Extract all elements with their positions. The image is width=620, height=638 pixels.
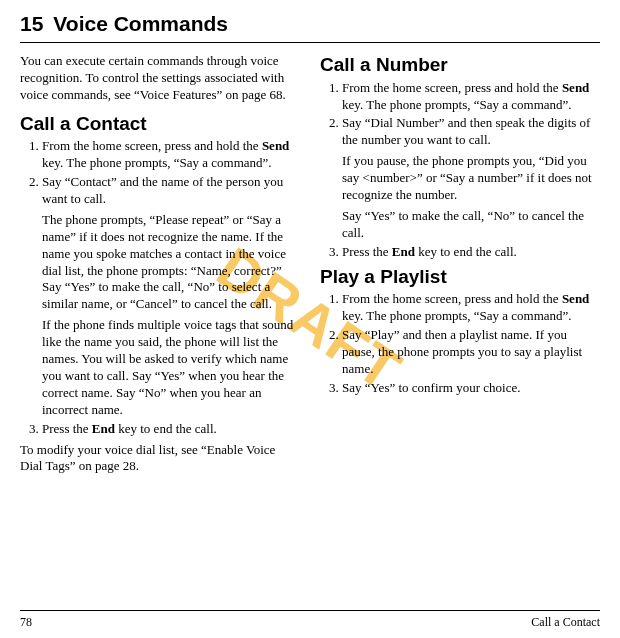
step-text: key. The phone prompts, “Say a command”. — [42, 155, 272, 170]
page-content: 15Voice Commands You can execute certain… — [0, 0, 620, 638]
step-text: From the home screen, press and hold the — [42, 138, 262, 153]
call-contact-steps: From the home screen, press and hold the… — [20, 138, 300, 437]
call-number-steps: From the home screen, press and hold the… — [320, 80, 600, 261]
list-item: From the home screen, press and hold the… — [42, 138, 300, 172]
section-call-contact-heading: Call a Contact — [20, 112, 300, 137]
end-key-label: End — [92, 421, 115, 436]
step-subparagraph: Say “Yes” to make the call, “No” to canc… — [342, 208, 600, 242]
list-item: Press the End key to end the call. — [42, 421, 300, 438]
send-key-label: Send — [562, 80, 589, 95]
section-call-number-heading: Call a Number — [320, 53, 600, 78]
after-paragraph: To modify your voice dial list, see “Ena… — [20, 442, 300, 476]
step-text: key. The phone prompts, “Say a command”. — [342, 308, 572, 323]
chapter-title: Voice Commands — [53, 12, 228, 35]
step-text: key. The phone prompts, “Say a command”. — [342, 97, 572, 112]
step-text: Say “Contact” and the name of the person… — [42, 174, 283, 206]
step-subparagraph: The phone prompts, “Please repeat” or “S… — [42, 212, 300, 313]
step-text: From the home screen, press and hold the — [342, 291, 562, 306]
step-subparagraph: If the phone finds multiple voice tags t… — [42, 317, 300, 418]
step-text: key to end the call. — [115, 421, 217, 436]
send-key-label: Send — [262, 138, 289, 153]
step-text: Press the — [342, 244, 392, 259]
step-text: key to end the call. — [415, 244, 517, 259]
list-item: From the home screen, press and hold the… — [342, 291, 600, 325]
send-key-label: Send — [562, 291, 589, 306]
list-item: Say “Contact” and the name of the person… — [42, 174, 300, 418]
chapter-heading: 15Voice Commands — [20, 12, 600, 43]
page-footer: 78 Call a Contact — [20, 610, 600, 638]
two-column-layout: You can execute certain commands through… — [20, 53, 600, 610]
right-column: Call a Number From the home screen, pres… — [320, 53, 600, 610]
list-item: Say “Dial Number” and then speak the dig… — [342, 115, 600, 241]
section-play-playlist-heading: Play a Playlist — [320, 265, 600, 290]
play-playlist-steps: From the home screen, press and hold the… — [320, 291, 600, 396]
step-text: From the home screen, press and hold the — [342, 80, 562, 95]
step-text: Press the — [42, 421, 92, 436]
list-item: From the home screen, press and hold the… — [342, 80, 600, 114]
chapter-number: 15 — [20, 12, 43, 36]
step-text: Say “Yes” to confirm your choice. — [342, 380, 520, 395]
end-key-label: End — [392, 244, 415, 259]
left-column: You can execute certain commands through… — [20, 53, 300, 610]
step-subparagraph: If you pause, the phone prompts you, “Di… — [342, 153, 600, 204]
intro-paragraph: You can execute certain commands through… — [20, 53, 300, 104]
list-item: Say “Play” and then a playlist name. If … — [342, 327, 600, 378]
list-item: Press the End key to end the call. — [342, 244, 600, 261]
step-text: Say “Play” and then a playlist name. If … — [342, 327, 582, 376]
step-text: Say “Dial Number” and then speak the dig… — [342, 115, 590, 147]
list-item: Say “Yes” to confirm your choice. — [342, 380, 600, 397]
page-number: 78 — [20, 615, 32, 630]
footer-section-ref: Call a Contact — [531, 615, 600, 630]
